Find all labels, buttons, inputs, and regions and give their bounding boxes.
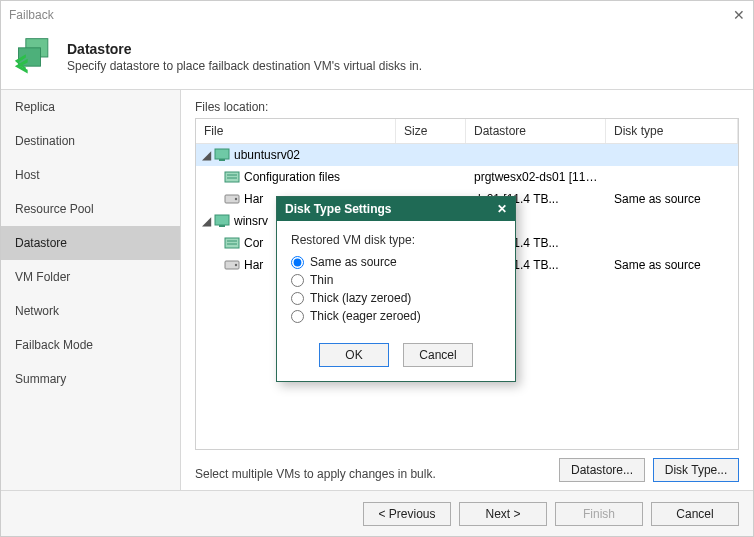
page-title: Datastore [67,41,422,57]
datastore-cell [466,153,606,157]
window-title: Failback [9,8,54,22]
radio-label: Thick (eager zeroed) [310,309,421,323]
dialog-cancel-button[interactable]: Cancel [403,343,473,367]
close-icon[interactable]: ✕ [733,7,745,23]
file-name: ubuntusrv02 [234,148,300,162]
col-size-header[interactable]: Size [396,119,466,143]
cfg-icon [224,236,240,250]
radio-thick-lazy[interactable]: Thick (lazy zeroed) [291,291,501,305]
col-file-header[interactable]: File [196,119,396,143]
radio-label: Same as source [310,255,397,269]
sidebar-item-label: VM Folder [15,270,70,284]
radio-label: Thin [310,273,333,287]
sidebar-item-label: Destination [15,134,75,148]
radio-input[interactable] [291,274,304,287]
disk-icon [224,258,240,272]
radio-label: Thick (lazy zeroed) [310,291,411,305]
wizard-footer: < Previous Next > Finish Cancel [1,490,753,536]
size-cell [396,175,466,179]
sidebar-item-vm-folder[interactable]: VM Folder [1,260,180,294]
svg-rect-10 [215,215,229,225]
bulk-hint: Select multiple VMs to apply changes in … [195,467,436,481]
sidebar-item-label: Datastore [15,236,67,250]
files-location-label: Files location: [195,100,739,114]
sidebar-item-host[interactable]: Host [1,158,180,192]
datastore-button[interactable]: Datastore... [559,458,645,482]
sidebar-item-datastore[interactable]: Datastore [1,226,180,260]
tree-toggle-icon[interactable]: ◢ [202,148,212,162]
cfg-icon [224,170,240,184]
disk-type-button[interactable]: Disk Type... [653,458,739,482]
svg-rect-11 [219,225,225,227]
disktype-cell [606,153,738,157]
table-header: File Size Datastore Disk type [196,119,738,144]
previous-button[interactable]: < Previous [363,502,451,526]
sidebar-item-label: Network [15,304,59,318]
sidebar-item-label: Summary [15,372,66,386]
sidebar-item-network[interactable]: Network [1,294,180,328]
size-cell [396,153,466,157]
radio-input[interactable] [291,256,304,269]
disktype-cell: Same as source [606,190,738,208]
dialog-body: Restored VM disk type: Same as source Th… [277,221,515,333]
dialog-footer: OK Cancel [277,333,515,381]
svg-rect-4 [219,159,225,161]
file-name: winsrv [234,214,268,228]
file-name: Har [244,192,263,206]
sidebar-item-label: Failback Mode [15,338,93,352]
sidebar-item-label: Resource Pool [15,202,94,216]
finish-button[interactable]: Finish [555,502,643,526]
col-disktype-header[interactable]: Disk type [606,119,738,143]
svg-point-16 [235,264,237,266]
titlebar: Failback ✕ [1,1,753,29]
svg-point-9 [235,198,237,200]
sidebar-item-destination[interactable]: Destination [1,124,180,158]
disktype-cell [606,241,738,245]
page-subtitle: Specify datastore to place failback dest… [67,59,422,73]
header-text: Datastore Specify datastore to place fai… [67,41,422,73]
svg-rect-5 [225,172,239,182]
file-name: Har [244,258,263,272]
radio-thick-eager[interactable]: Thick (eager zeroed) [291,309,501,323]
dialog-title: Disk Type Settings [285,202,391,216]
radio-thin[interactable]: Thin [291,273,501,287]
sidebar-item-resource-pool[interactable]: Resource Pool [1,192,180,226]
datastore-icon [13,35,57,79]
radio-same-as-source[interactable]: Same as source [291,255,501,269]
disktype-cell: Same as source [606,256,738,274]
failback-wizard-window: Failback ✕ Datastore Specify datastore t… [0,0,754,537]
tree-toggle-icon[interactable]: ◢ [202,214,212,228]
sidebar-item-replica[interactable]: Replica [1,90,180,124]
dialog-close-icon[interactable]: ✕ [497,202,507,216]
actions-row: Select multiple VMs to apply changes in … [195,458,739,482]
col-datastore-header[interactable]: Datastore [466,119,606,143]
radio-input[interactable] [291,292,304,305]
vm-icon [214,148,230,162]
svg-rect-12 [225,238,239,248]
radio-input[interactable] [291,310,304,323]
svg-rect-3 [215,149,229,159]
datastore-cell: prgtwesx02-ds01 [11.4 TB... [466,168,606,186]
cancel-button[interactable]: Cancel [651,502,739,526]
sidebar-item-label: Replica [15,100,55,114]
disktype-cell [606,219,738,223]
table-row[interactable]: Configuration filesprgtwesx02-ds01 [11.4… [196,166,738,188]
disktype-cell [606,175,738,179]
vm-icon [214,214,230,228]
sidebar-item-summary[interactable]: Summary [1,362,180,396]
dialog-titlebar: Disk Type Settings ✕ [277,197,515,221]
sidebar-item-failback-mode[interactable]: Failback Mode [1,328,180,362]
disk-type-settings-dialog: Disk Type Settings ✕ Restored VM disk ty… [276,196,516,382]
dialog-ok-button[interactable]: OK [319,343,389,367]
disk-icon [224,192,240,206]
wizard-steps-sidebar: Replica Destination Host Resource Pool D… [1,90,181,490]
table-row[interactable]: ◢ubuntusrv02 [196,144,738,166]
next-button[interactable]: Next > [459,502,547,526]
file-name: Configuration files [244,170,340,184]
sidebar-item-label: Host [15,168,40,182]
header: Datastore Specify datastore to place fai… [1,29,753,90]
disk-type-group-label: Restored VM disk type: [291,233,501,247]
file-name: Cor [244,236,263,250]
